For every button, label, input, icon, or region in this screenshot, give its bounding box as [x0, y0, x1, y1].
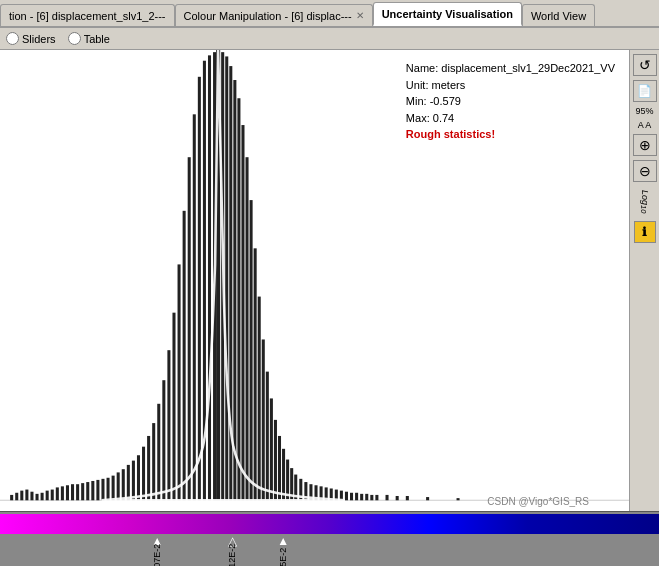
svg-rect-53	[254, 248, 257, 500]
min-label: Min:	[406, 95, 427, 107]
svg-rect-18	[86, 482, 89, 500]
log-label: Log10	[639, 190, 651, 213]
svg-rect-29	[142, 447, 145, 501]
svg-rect-19	[91, 481, 94, 500]
svg-rect-4	[15, 493, 18, 501]
svg-rect-31	[152, 423, 155, 500]
svg-rect-13	[61, 486, 64, 500]
svg-rect-77	[365, 494, 368, 500]
svg-rect-23	[112, 476, 115, 501]
name-label: Name:	[406, 62, 438, 74]
tab-label: World View	[531, 10, 586, 22]
svg-rect-56	[266, 372, 269, 501]
svg-rect-6	[25, 490, 28, 501]
percent-label: 95%	[635, 106, 653, 116]
svg-rect-75	[355, 493, 358, 501]
svg-rect-7	[30, 492, 33, 501]
tab-uncertainty[interactable]: Uncertainty Visualisation	[373, 2, 522, 26]
svg-rect-80	[386, 495, 389, 500]
svg-rect-81	[396, 496, 399, 500]
options-row: Sliders Table	[0, 28, 659, 50]
main-area: Sliders Table Name: displacement_slv1_29…	[0, 28, 659, 566]
warning-text: Rough statistics!	[406, 126, 615, 143]
svg-rect-83	[426, 497, 429, 500]
svg-rect-22	[107, 478, 110, 501]
svg-rect-73	[345, 492, 348, 501]
histogram-panel: Name: displacement_slv1_29Dec2021_VV Uni…	[0, 50, 629, 511]
svg-rect-27	[132, 461, 135, 501]
tick-label-3: 9.5E-2	[278, 548, 288, 566]
svg-rect-35	[172, 313, 175, 501]
max-value: 0.74	[433, 112, 454, 124]
svg-rect-76	[360, 494, 363, 500]
svg-rect-24	[117, 472, 120, 500]
svg-rect-37	[183, 211, 186, 500]
colorbar-gradient	[0, 514, 659, 534]
svg-rect-40	[198, 77, 201, 500]
tab-label: Uncertainty Visualisation	[382, 8, 513, 20]
unit-label: Unit:	[406, 79, 429, 91]
tab-label: tion - [6] displacement_slv1_2---	[9, 10, 166, 22]
svg-rect-51	[246, 157, 249, 500]
svg-rect-38	[188, 157, 191, 500]
svg-rect-12	[56, 487, 59, 500]
svg-rect-33	[162, 380, 165, 500]
svg-rect-84	[457, 498, 460, 500]
info-box: Name: displacement_slv1_29Dec2021_VV Uni…	[402, 58, 619, 145]
sliders-label: Sliders	[22, 33, 56, 45]
right-sidebar: ↺ 📄 95% A A ⊕ ⊖ Log10 ℹ	[629, 50, 659, 511]
svg-rect-26	[127, 465, 130, 500]
svg-rect-21	[101, 479, 104, 500]
table-radio[interactable]: Table	[68, 32, 110, 45]
max-label: Max:	[406, 112, 430, 124]
colorbar-area: ▲ -7.07E-2 △ -1.12E-2 ▲ 9.5E-2	[0, 511, 659, 566]
unit-value: meters	[432, 79, 466, 91]
svg-rect-52	[250, 200, 253, 500]
aa-label: A A	[638, 120, 652, 130]
svg-rect-78	[370, 495, 373, 500]
table-radio-input[interactable]	[68, 32, 81, 45]
tab-color-manip-1[interactable]: tion - [6] displacement_slv1_2---	[0, 4, 175, 26]
svg-rect-5	[20, 491, 23, 501]
tick-arrow-3: ▲	[277, 534, 289, 548]
svg-rect-3	[10, 495, 13, 500]
svg-rect-42	[208, 55, 211, 500]
svg-rect-30	[147, 436, 150, 500]
sliders-radio[interactable]: Sliders	[6, 32, 56, 45]
svg-rect-34	[167, 350, 170, 500]
zoom-out-button[interactable]: ⊖	[633, 160, 657, 182]
tab-close-icon[interactable]: ✕	[356, 10, 364, 21]
file-button[interactable]: 📄	[633, 80, 657, 102]
svg-rect-58	[274, 420, 277, 500]
tick-label-2: -1.12E-2	[227, 544, 237, 566]
table-label: Table	[84, 33, 110, 45]
svg-rect-48	[233, 80, 236, 500]
svg-rect-11	[51, 490, 54, 501]
svg-rect-60	[282, 449, 285, 500]
name-value: displacement_slv1_29Dec2021_VV	[441, 62, 615, 74]
refresh-button[interactable]: ↺	[633, 54, 657, 76]
tick-label-1: -7.07E-2	[152, 544, 162, 566]
svg-rect-50	[241, 125, 244, 500]
svg-rect-15	[71, 484, 74, 500]
svg-rect-57	[270, 398, 273, 500]
svg-rect-36	[178, 264, 181, 500]
tab-world-view[interactable]: World View	[522, 4, 595, 26]
svg-rect-55	[262, 339, 265, 500]
svg-rect-54	[258, 297, 261, 501]
svg-rect-74	[350, 493, 353, 501]
content-area: Name: displacement_slv1_29Dec2021_VV Uni…	[0, 50, 659, 511]
svg-rect-20	[96, 480, 99, 500]
tab-bar: tion - [6] displacement_slv1_2--- Colour…	[0, 0, 659, 28]
min-value: -0.579	[430, 95, 461, 107]
svg-rect-16	[76, 484, 79, 500]
tab-color-manip-2[interactable]: Colour Manipulation - [6] displac--- ✕	[175, 4, 373, 26]
sliders-radio-input[interactable]	[6, 32, 19, 45]
svg-rect-17	[81, 483, 84, 500]
svg-rect-39	[193, 114, 196, 500]
info-button[interactable]: ℹ	[634, 221, 656, 243]
svg-rect-82	[406, 496, 409, 500]
zoom-in-button[interactable]: ⊕	[633, 134, 657, 156]
svg-rect-46	[225, 56, 228, 500]
tab-label: Colour Manipulation - [6] displac---	[184, 10, 352, 22]
